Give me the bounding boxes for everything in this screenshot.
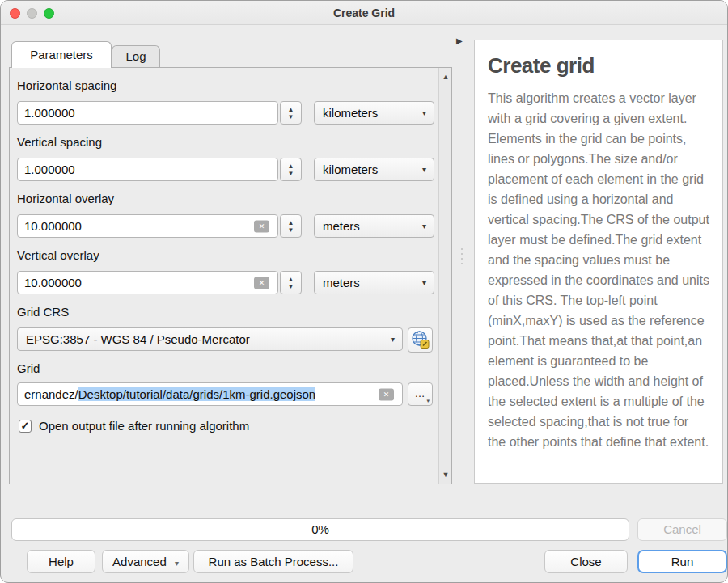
clear-icon[interactable]: ✕ <box>254 277 269 289</box>
globe-edit-icon <box>408 328 432 352</box>
spinner-up-icon[interactable]: ▲ <box>288 276 294 283</box>
horizontal-overlay-stepper[interactable]: ▲ ▼ <box>280 214 302 238</box>
help-button[interactable]: Help <box>27 550 95 573</box>
horizontal-overlay-value: 10.000000 <box>24 219 82 233</box>
spinner-down-icon[interactable]: ▼ <box>288 283 294 290</box>
horizontal-overlay-label: Horizontal overlay <box>17 192 114 205</box>
splitter-handle[interactable] <box>461 248 463 264</box>
vertical-overlay-input[interactable]: 10.000000 ✕ <box>17 271 278 294</box>
help-body: This algorithm creates a vector layer wi… <box>488 88 709 452</box>
horizontal-overlay-unit-select[interactable]: meters ▾ <box>314 214 434 238</box>
horizontal-spacing-unit-select[interactable]: kilometers ▾ <box>314 101 434 125</box>
spinner-down-icon[interactable]: ▼ <box>288 113 294 120</box>
horizontal-spacing-input[interactable]: 1.000000 <box>17 101 278 125</box>
chevron-down-icon: ▾ <box>422 222 426 230</box>
horizontal-spacing-stepper[interactable]: ▲ ▼ <box>280 101 302 125</box>
browse-output-button[interactable]: … ▾ <box>408 382 433 406</box>
spinner-up-icon[interactable]: ▲ <box>288 106 294 113</box>
open-output-checkbox-row[interactable]: ✓ Open output file after running algorit… <box>19 419 249 433</box>
spinner-up-icon[interactable]: ▲ <box>288 163 294 170</box>
chevron-down-icon: ▾ <box>422 166 426 174</box>
vertical-spacing-unit-select[interactable]: kilometers ▾ <box>314 158 434 181</box>
chevron-down-icon: ▾ <box>422 279 426 287</box>
close-button[interactable]: Close <box>544 550 628 573</box>
spinner-down-icon[interactable]: ▼ <box>288 226 294 234</box>
open-output-checkbox[interactable]: ✓ <box>19 420 32 433</box>
chevron-down-icon: ▾ <box>426 398 430 404</box>
vertical-overlay-unit-select[interactable]: meters ▾ <box>314 271 434 294</box>
vertical-overlay-value: 10.000000 <box>24 276 82 289</box>
chevron-down-icon: ▾ <box>422 109 426 117</box>
clear-icon[interactable]: ✕ <box>254 220 269 232</box>
progress-bar: 0% <box>11 518 629 541</box>
vertical-spacing-stepper[interactable]: ▲ ▼ <box>280 158 302 181</box>
horizontal-overlay-unit-value: meters <box>323 219 360 233</box>
vertical-spacing-label: Vertical spacing <box>17 135 102 149</box>
open-output-checkbox-label: Open output file after running algorithm <box>39 419 249 433</box>
grid-output-path-prefix: ernandez/ <box>24 387 78 401</box>
select-crs-button[interactable] <box>408 327 433 353</box>
tab-parameters[interactable]: Parameters <box>11 41 112 68</box>
scroll-down-icon[interactable]: ▼ <box>439 471 452 479</box>
titlebar: Create Grid <box>1 1 727 25</box>
horizontal-spacing-value: 1.000000 <box>24 106 75 120</box>
tab-log[interactable]: Log <box>112 45 160 68</box>
clear-icon[interactable]: ✕ <box>379 388 394 400</box>
vertical-overlay-label: Vertical overlay <box>17 248 99 262</box>
scroll-up-icon[interactable]: ▲ <box>439 73 452 81</box>
chevron-down-icon: ▾ <box>391 336 395 344</box>
grid-crs-label: Grid CRS <box>17 305 69 319</box>
help-panel: Create grid This algorithm creates a vec… <box>474 40 723 484</box>
advanced-button[interactable]: Advanced ▾ <box>102 550 189 573</box>
vertical-overlay-stepper[interactable]: ▲ ▼ <box>280 271 302 294</box>
create-grid-dialog: Create Grid Parameters Log Horizontal sp… <box>0 0 728 583</box>
horizontal-spacing-label: Horizontal spacing <box>17 78 116 92</box>
advanced-button-label: Advanced <box>112 555 167 568</box>
grid-output-label: Grid <box>17 361 40 375</box>
grid-output-path-selected: Desktop/tutorial/data/grids/1km-grid.geo… <box>78 387 315 401</box>
horizontal-spacing-unit-value: kilometers <box>323 106 378 120</box>
horizontal-overlay-input[interactable]: 10.000000 ✕ <box>17 214 278 238</box>
grid-crs-value: EPSG:3857 - WGS 84 / Pseudo-Mercator <box>26 332 250 346</box>
chevron-down-icon: ▾ <box>175 559 179 568</box>
run-button[interactable]: Run <box>637 550 727 573</box>
vertical-spacing-input[interactable]: 1.000000 <box>17 158 278 181</box>
spinner-up-icon[interactable]: ▲ <box>288 219 294 226</box>
panel-collapse-icon[interactable]: ▶ <box>456 36 463 45</box>
grid-output-input[interactable]: ernandez/Desktop/tutorial/data/grids/1km… <box>17 382 403 406</box>
cancel-button: Cancel <box>637 518 727 541</box>
spinner-down-icon[interactable]: ▼ <box>288 170 294 177</box>
help-title: Create grid <box>488 53 709 78</box>
grid-crs-select[interactable]: EPSG:3857 - WGS 84 / Pseudo-Mercator ▾ <box>17 327 403 351</box>
vertical-overlay-unit-value: meters <box>323 276 360 289</box>
run-as-batch-button[interactable]: Run as Batch Process... <box>193 550 353 573</box>
parameters-scrollbar[interactable]: ▲ ▼ <box>438 68 451 484</box>
vertical-spacing-value: 1.000000 <box>24 163 75 176</box>
window-title: Create Grid <box>1 6 727 19</box>
vertical-spacing-unit-value: kilometers <box>323 163 378 176</box>
